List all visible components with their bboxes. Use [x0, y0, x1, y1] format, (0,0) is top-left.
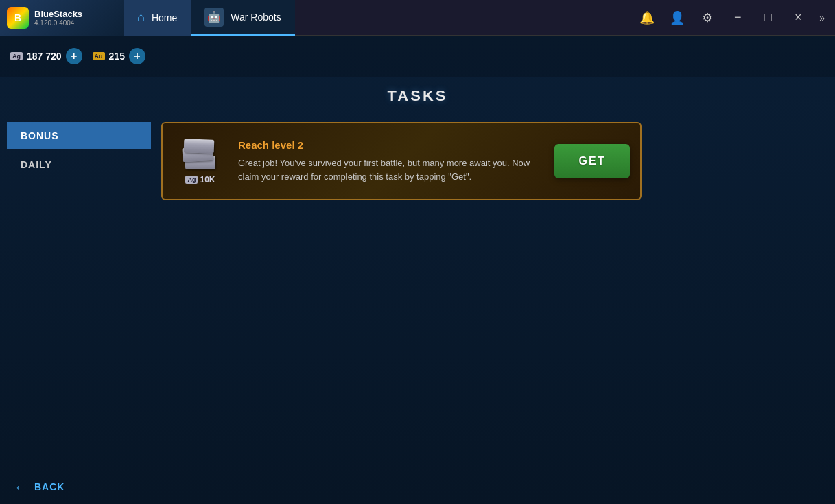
au-badge: Au	[93, 52, 105, 60]
more-button[interactable]: »	[816, 12, 828, 23]
app-version: 4.120.0.4004	[34, 19, 82, 27]
ag-value: 187 720	[27, 51, 62, 62]
sidebar-item-daily[interactable]: DAILY	[7, 151, 151, 178]
home-icon: ⌂	[137, 10, 145, 25]
back-arrow-icon: ←	[14, 479, 27, 495]
warrobots-tab-label: War Robots	[231, 12, 281, 23]
sidebar-item-bonus[interactable]: BONUS	[7, 122, 151, 149]
bluestacks-icon: B	[7, 7, 29, 29]
reward-value: 10K	[200, 175, 215, 184]
page-title: TASKS	[388, 87, 448, 105]
get-reward-button[interactable]: GET	[554, 144, 630, 178]
ag-resource: Ag 187 720 +	[10, 48, 82, 64]
task-description: Great job! You've survived your first ba…	[238, 156, 544, 183]
task-title: Reach level 2	[238, 139, 544, 151]
au-value: 215	[109, 51, 125, 62]
au-resource: Au 215 +	[93, 48, 145, 64]
main-content: TASKS BONUS DAILY	[0, 77, 835, 470]
maximize-button[interactable]: □	[755, 5, 780, 30]
app-name: BlueStacks	[34, 9, 82, 19]
content-row: BONUS DAILY	[0, 119, 835, 470]
close-button[interactable]: ×	[786, 5, 810, 30]
back-section[interactable]: ← BACK	[0, 470, 835, 504]
tasks-list: Ag 10K Reach level 2 Great job! You've s…	[151, 119, 828, 463]
bluestacks-logo: B BlueStacks 4.120.0.4004	[0, 0, 124, 36]
back-label: BACK	[34, 481, 64, 492]
add-ag-button[interactable]: +	[66, 48, 82, 64]
game-area: Ag 187 720 + Au 215 + TASKS BONUS DAILY	[0, 36, 835, 504]
ag-badge: Ag	[10, 52, 23, 60]
home-tab[interactable]: ⌂ Home	[124, 0, 191, 36]
reward-ag-badge: Ag	[185, 176, 198, 184]
settings-button[interactable]: ⚙	[695, 5, 720, 30]
silver-bars-icon	[180, 138, 221, 172]
home-tab-label: Home	[152, 12, 177, 23]
warrobots-tab[interactable]: 🤖 War Robots	[191, 0, 294, 36]
notification-button[interactable]: 🔔	[635, 5, 659, 30]
task-info: Reach level 2 Great job! You've survived…	[238, 139, 544, 183]
add-au-button[interactable]: +	[129, 48, 145, 64]
minimize-button[interactable]: −	[725, 5, 750, 30]
title-bar: B BlueStacks 4.120.0.4004 ⌂ Home 🤖 War R…	[0, 0, 835, 36]
account-button[interactable]: 👤	[665, 5, 690, 30]
reward-label: Ag 10K	[185, 175, 215, 184]
window-controls: 🔔 👤 ⚙ − □ × »	[635, 5, 835, 30]
task-reward-icon: Ag 10K	[173, 134, 228, 189]
game-thumbnail: 🤖	[204, 8, 224, 27]
task-card: Ag 10K Reach level 2 Great job! You've s…	[161, 122, 642, 200]
silver-bar-3	[184, 139, 215, 154]
sidebar: BONUS DAILY	[7, 119, 151, 463]
resources-bar: Ag 187 720 + Au 215 +	[0, 36, 835, 77]
